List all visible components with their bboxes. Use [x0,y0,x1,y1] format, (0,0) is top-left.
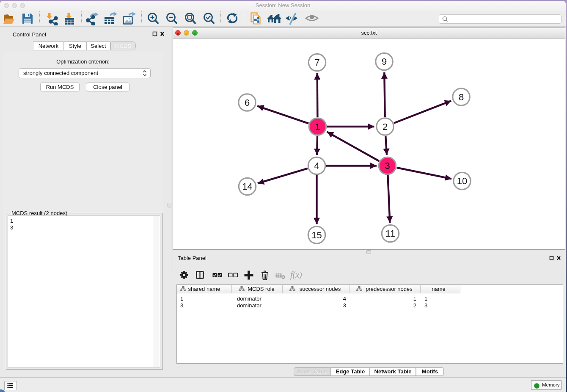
svg-text:9: 9 [382,56,387,67]
svg-text:1: 1 [315,121,320,132]
svg-text:11: 11 [385,228,395,239]
svg-text:2: 2 [383,121,388,132]
svg-text:14: 14 [242,181,252,192]
svg-text:7: 7 [314,57,319,68]
svg-text:15: 15 [311,230,322,240]
svg-text:8: 8 [459,92,464,102]
svg-text:6: 6 [245,97,250,108]
svg-text:10: 10 [457,176,467,186]
svg-text:4: 4 [314,160,319,171]
svg-text:3: 3 [385,160,390,171]
